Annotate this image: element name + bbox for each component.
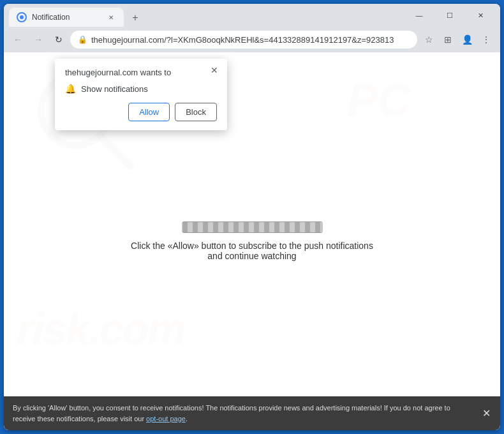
popup-title: thehugejournal.com wants to	[65, 68, 217, 77]
popup-notification-text: Show notifications	[81, 84, 148, 94]
window-controls: — ☐ ✕	[404, 4, 495, 27]
url-text: thehugejournal.com/?l=XKmG8ooqkNkREHl&s=…	[91, 35, 410, 45]
bottom-notice-bar: By clicking 'Allow' button, you consent …	[4, 396, 500, 430]
bell-icon: 🔔	[65, 84, 76, 94]
watermark-logo: PC	[347, 71, 487, 137]
lock-icon: 🔒	[78, 35, 87, 44]
notice-close-button[interactable]: ✕	[478, 406, 494, 421]
minimize-button[interactable]: —	[404, 4, 434, 27]
svg-point-1	[20, 15, 24, 19]
svg-text:PC: PC	[347, 75, 411, 126]
tab-favicon	[17, 12, 27, 22]
title-bar: Notification ✕ + — ☐ ✕	[4, 4, 500, 27]
popup-buttons: Allow Block	[65, 103, 217, 121]
back-button[interactable]: ←	[9, 31, 27, 49]
allow-button[interactable]: Allow	[128, 103, 170, 121]
page-content: PC risk.com Click the «Allow» button to …	[4, 52, 500, 430]
active-tab[interactable]: Notification ✕	[9, 8, 124, 27]
new-tab-button[interactable]: +	[126, 9, 144, 27]
notification-popup: ✕ thehugejournal.com wants to 🔔 Show not…	[55, 59, 227, 130]
maximize-button[interactable]: ☐	[435, 4, 464, 27]
profile-button[interactable]: 👤	[458, 31, 476, 49]
popup-notification-row: 🔔 Show notifications	[65, 84, 217, 94]
bookmark-button[interactable]: ☆	[420, 31, 438, 49]
notice-text-before: By clicking 'Allow' button, you consent …	[13, 404, 450, 423]
refresh-button[interactable]: ↻	[50, 31, 68, 49]
menu-button[interactable]: ⋮	[477, 31, 495, 49]
opt-out-link[interactable]: opt-out page	[146, 415, 186, 423]
browser-window: Notification ✕ + — ☐ ✕ ← → ↻ 🔒 thehugejo…	[4, 4, 500, 430]
notice-text-after: .	[186, 415, 188, 423]
forward-button[interactable]: →	[29, 31, 47, 49]
tab-bar: Notification ✕ +	[9, 4, 404, 27]
svg-line-3	[101, 137, 130, 166]
tab-title: Notification	[32, 13, 101, 22]
address-actions: ☆ ⊞ 👤 ⋮	[420, 31, 495, 49]
page-instruction: Click the «Allow» button to subscribe to…	[128, 241, 376, 261]
url-bar[interactable]: 🔒 thehugejournal.com/?l=XKmG8ooqkNkREHl&…	[70, 31, 417, 49]
notice-text: By clicking 'Allow' button, you consent …	[13, 403, 475, 424]
progress-bar	[182, 221, 322, 233]
address-bar: ← → ↻ 🔒 thehugejournal.com/?l=XKmG8ooqkN…	[4, 27, 500, 52]
popup-close-button[interactable]: ✕	[208, 64, 221, 77]
extensions-button[interactable]: ⊞	[439, 31, 457, 49]
tab-close-button[interactable]: ✕	[106, 12, 116, 22]
block-button[interactable]: Block	[175, 103, 217, 121]
page-center: Click the «Allow» button to subscribe to…	[128, 221, 376, 261]
close-button[interactable]: ✕	[466, 4, 495, 27]
svg-text:risk.com: risk.com	[17, 304, 185, 353]
